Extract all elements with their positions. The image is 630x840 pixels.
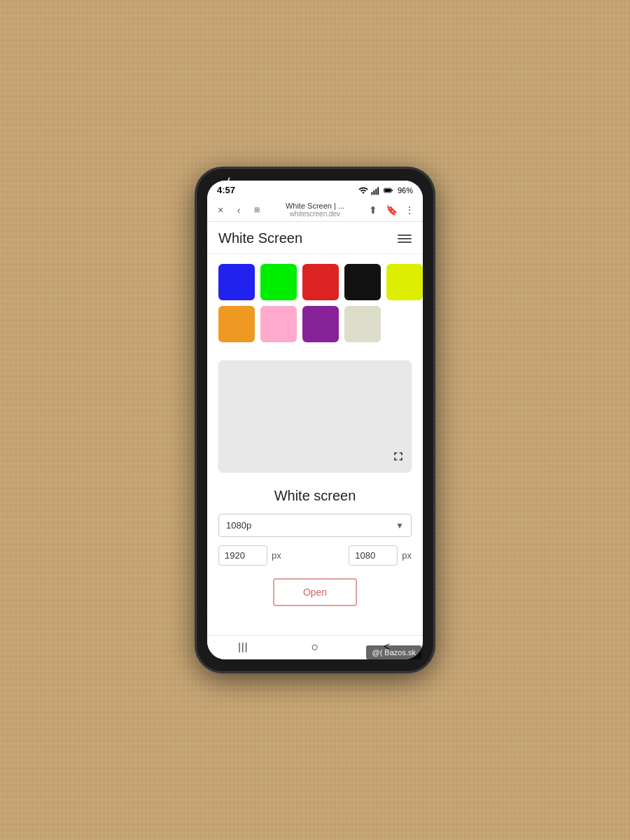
width-input[interactable] — [218, 545, 267, 566]
color-purple[interactable] — [302, 306, 339, 342]
resolution-value: 1080p — [226, 520, 251, 531]
color-black[interactable] — [344, 264, 381, 300]
svg-rect-5 — [384, 188, 391, 191]
height-input[interactable] — [349, 545, 398, 566]
browser-tabs-btn[interactable]: ⊞ — [251, 204, 263, 216]
status-time: 4:57 — [217, 185, 235, 195]
dimensions-row: px px — [207, 540, 423, 571]
color-grid — [207, 254, 423, 355]
phone-device: 4:57 — [196, 168, 434, 672]
browser-close-btn[interactable]: × — [214, 204, 227, 216]
preview-white-screen — [219, 361, 411, 472]
browser-page-title: White Screen | ... — [286, 202, 344, 210]
color-blue[interactable] — [218, 264, 255, 300]
screen-preview — [218, 360, 412, 472]
hamburger-line-1 — [398, 234, 412, 236]
svg-rect-2 — [375, 188, 377, 195]
svg-rect-6 — [391, 189, 393, 190]
hamburger-line-3 — [398, 241, 412, 243]
battery-pct: 96% — [398, 186, 413, 195]
browser-share-btn[interactable]: ⬆ — [367, 204, 379, 216]
browser-bookmark-btn[interactable]: 🔖 — [385, 204, 398, 216]
section-title: White screen — [207, 478, 423, 511]
color-orange[interactable] — [218, 306, 255, 342]
bazos-watermark: @( Bazos.sk — [366, 645, 421, 659]
phone-frame: 4:57 — [196, 168, 434, 672]
page-title: White Screen — [218, 230, 302, 246]
color-pink[interactable] — [260, 306, 297, 342]
nav-recent-btn[interactable]: ||| — [232, 640, 253, 654]
page-content: White Screen — [207, 222, 423, 635]
hamburger-line-2 — [398, 238, 412, 239]
color-row-1 — [218, 264, 412, 300]
height-unit: px — [402, 550, 412, 561]
wifi-icon — [358, 186, 368, 195]
browser-bar: × ‹ ⊞ White Screen | ... whitescreen.dev… — [207, 198, 423, 222]
status-bar: 4:57 — [207, 181, 423, 198]
color-light[interactable] — [344, 306, 381, 342]
svg-rect-0 — [372, 192, 373, 195]
nav-home-btn[interactable]: ○ — [304, 640, 326, 654]
open-button[interactable]: Open — [273, 578, 357, 606]
dropdown-arrow-icon: ▼ — [396, 521, 404, 531]
color-red[interactable] — [302, 264, 339, 300]
svg-rect-1 — [373, 190, 374, 195]
signal-icon — [371, 186, 381, 195]
phone-screen: 4:57 — [207, 181, 423, 659]
browser-back-btn[interactable]: ‹ — [232, 204, 245, 216]
status-icons: 96% — [358, 186, 413, 195]
resolution-dropdown[interactable]: 1080p ▼ — [218, 514, 412, 537]
page-header: White Screen — [207, 222, 423, 254]
width-unit: px — [272, 550, 281, 561]
fullscreen-button[interactable] — [391, 449, 405, 466]
battery-icon — [384, 186, 393, 195]
browser-more-btn[interactable]: ⋮ — [403, 204, 416, 216]
browser-url: whitescreen.dev — [290, 210, 340, 218]
hamburger-menu[interactable] — [398, 234, 412, 243]
color-green[interactable] — [260, 264, 297, 300]
color-row-2 — [218, 306, 412, 342]
browser-url-bar[interactable]: White Screen | ... whitescreen.dev — [269, 202, 361, 218]
color-yellow[interactable] — [386, 264, 423, 300]
svg-rect-3 — [377, 187, 379, 195]
